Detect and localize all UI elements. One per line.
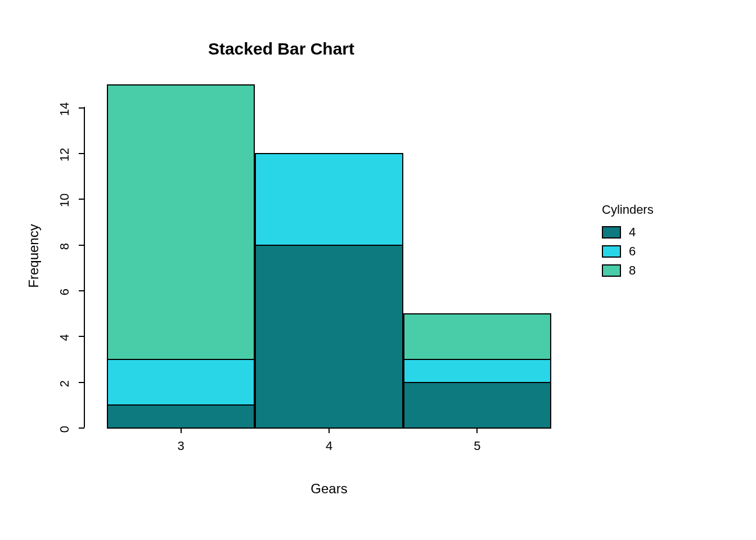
legend-label: 8 (629, 263, 636, 278)
y-tick (79, 382, 84, 383)
y-tick-label: 4 (57, 326, 72, 349)
y-tick-label: 0 (57, 418, 72, 440)
bar-segment (107, 404, 255, 429)
y-tick-label: 6 (57, 281, 72, 303)
y-tick (79, 153, 84, 154)
legend-swatch (602, 264, 621, 277)
y-tick-label: 2 (57, 372, 72, 395)
legend-entry: 6 (602, 242, 654, 261)
bar-segment (107, 84, 255, 360)
y-tick-label: 12 (57, 143, 72, 166)
y-tick-label: 10 (57, 189, 72, 212)
legend-label: 4 (629, 225, 636, 240)
x-tick-label: 3 (170, 439, 192, 453)
bar-segment (403, 382, 551, 429)
legend-entry: 8 (602, 261, 654, 280)
y-tick (79, 107, 84, 109)
bar-segment (255, 245, 403, 429)
y-tick (79, 245, 84, 246)
legend-swatch (602, 226, 621, 238)
y-tick-label: 8 (57, 235, 72, 258)
bar-segment (403, 313, 551, 360)
legend-label: 6 (629, 244, 636, 259)
y-tick (79, 290, 84, 291)
stacked-bar-chart: Stacked Bar Chart Frequency Gears Cylind… (0, 0, 756, 540)
legend: Cylinders 468 (602, 202, 654, 280)
legend-title: Cylinders (602, 202, 654, 217)
x-tick (181, 428, 182, 433)
x-axis-label: Gears (84, 481, 574, 497)
bar-segment (403, 359, 551, 383)
legend-entry: 4 (602, 223, 654, 242)
bar-segment (107, 359, 255, 406)
y-tick-label: 14 (57, 98, 72, 120)
x-tick (476, 428, 478, 433)
y-tick (79, 199, 84, 200)
legend-swatch (602, 245, 621, 258)
x-tick-label: 5 (466, 439, 488, 453)
y-tick (79, 336, 84, 337)
chart-title: Stacked Bar Chart (0, 39, 562, 58)
bar-segment (255, 153, 403, 246)
y-axis-label: Frequency (22, 84, 45, 428)
x-tick (328, 428, 330, 433)
x-tick-label: 4 (318, 439, 340, 453)
y-tick (79, 428, 84, 429)
